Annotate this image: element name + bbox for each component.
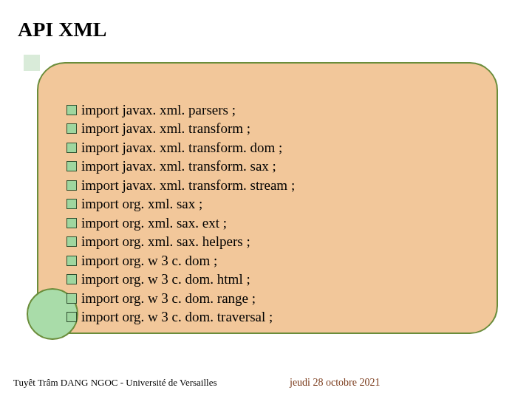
bullet-icon (66, 218, 77, 228)
bullet-icon (66, 312, 77, 322)
list-item-text: import org. w 3 c. dom ; (81, 253, 217, 269)
list-item: import org. xml. sax ; (66, 195, 295, 214)
list-item-text: import javax. xml. parsers ; (81, 102, 236, 118)
list-item-text: import org. xml. sax. helpers ; (81, 233, 250, 250)
list-item: import javax. xml. transform ; (66, 120, 295, 139)
slide-title: API XML (18, 18, 107, 41)
list-item-text: import org. xml. sax ; (81, 196, 202, 212)
footer-date: jeudi 28 octobre 2021 (290, 377, 380, 389)
list-item: import org. w 3 c. dom ; (66, 251, 295, 270)
bullet-icon (66, 199, 77, 209)
import-list: import javax. xml. parsers ; import java… (66, 100, 295, 327)
bullet-icon (66, 274, 77, 284)
list-item: import org. w 3 c. dom. range ; (66, 289, 295, 308)
list-item: import javax. xml. transform. stream ; (66, 176, 295, 195)
list-item: import javax. xml. transform. dom ; (66, 138, 295, 157)
list-item: import javax. xml. parsers ; (66, 100, 295, 120)
list-item: import javax. xml. transform. sax ; (66, 157, 295, 177)
list-item: import org. w 3 c. dom. html ; (66, 270, 295, 290)
list-item: import org. w 3 c. dom. traversal ; (66, 308, 295, 327)
decorative-square (24, 55, 40, 71)
list-item-text: import org. w 3 c. dom. html ; (81, 271, 250, 287)
list-item-text: import org. w 3 c. dom. traversal ; (81, 309, 273, 325)
list-item-text: import javax. xml. transform. dom ; (81, 140, 282, 156)
footer-author: Tuyêt Trâm DANG NGOC - Université de Ver… (13, 377, 217, 389)
list-item: import org. xml. sax. helpers ; (66, 233, 295, 252)
bullet-icon (66, 161, 77, 171)
list-item: import org. xml. sax. ext ; (66, 214, 295, 233)
bullet-icon (66, 256, 77, 266)
list-item-text: import javax. xml. transform. stream ; (81, 177, 295, 194)
list-item-text: import javax. xml. transform ; (81, 120, 250, 137)
bullet-icon (66, 236, 77, 247)
bullet-icon (66, 180, 77, 191)
bullet-icon (66, 105, 77, 115)
bullet-icon (66, 143, 77, 153)
bullet-icon (66, 293, 77, 304)
list-item-text: import org. w 3 c. dom. range ; (81, 290, 256, 307)
list-item-text: import javax. xml. transform. sax ; (81, 158, 276, 174)
bullet-icon (66, 123, 77, 134)
list-item-text: import org. xml. sax. ext ; (81, 215, 227, 231)
